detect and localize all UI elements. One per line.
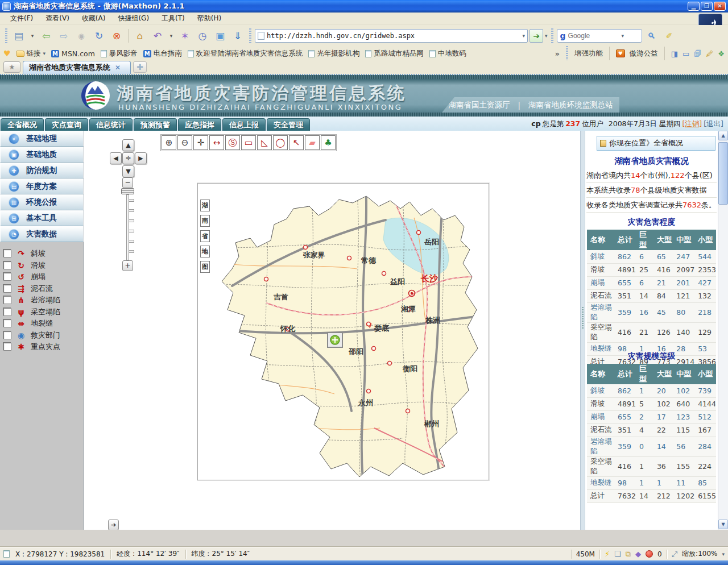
zoom-level[interactable]: 缩放:100% xyxy=(682,549,717,559)
sidebar-item-base-geology[interactable]: ▣基础地质 xyxy=(0,147,84,163)
new-tab-button[interactable]: ✚ xyxy=(133,61,147,73)
layer-checkbox[interactable] xyxy=(3,343,11,351)
bookmark-item[interactable]: 中地数码 xyxy=(429,49,466,59)
bookmark-links-folder[interactable]: 链接▾ xyxy=(16,49,46,59)
plugin-charity[interactable]: 傲游公益 xyxy=(630,49,658,59)
history-button[interactable]: ◷ xyxy=(195,28,210,44)
nav-tab-forecast[interactable]: 预测预警 xyxy=(134,118,177,131)
eraser-tool[interactable]: ▰ xyxy=(305,135,320,150)
tab-active[interactable]: 湖南省地质灾害信息系统 ✕ xyxy=(23,61,131,74)
nav-tab-security[interactable]: 安全管理 xyxy=(267,118,310,131)
download-button[interactable]: ⇓ xyxy=(230,28,246,44)
bookmark-item[interactable]: 欢迎登陆湖南省地质灾害信息系统 xyxy=(188,49,303,59)
pan-up-button[interactable]: ▲ xyxy=(122,139,134,151)
popup-blocker-icon[interactable] xyxy=(646,550,653,558)
sidebar-item-annual-plan[interactable]: ▤年度方案 xyxy=(0,178,84,194)
window-icon[interactable]: ▭ xyxy=(682,49,689,58)
select-point-tool[interactable]: ↖ xyxy=(289,135,304,150)
magic-fill-button[interactable]: ✶ xyxy=(177,28,193,44)
sidebar-item-prevention-plan[interactable]: ✚防治规划 xyxy=(0,163,84,178)
bookmark-msn[interactable]: MMSN.com xyxy=(51,49,95,58)
maxthon-charity-icon[interactable]: ♥ xyxy=(616,49,625,57)
zoom-slider-plus-button[interactable]: + xyxy=(122,260,133,271)
resize-icon[interactable]: ⤢ xyxy=(672,550,677,559)
window-list-button[interactable]: ▣ xyxy=(212,28,228,44)
tab-list-star-button[interactable]: ★ xyxy=(3,61,20,73)
search-grip[interactable] xyxy=(551,28,553,43)
bookmark-item[interactable]: 光年摄影机构 xyxy=(308,49,359,59)
address-input[interactable] xyxy=(267,32,520,40)
toolbar-grip[interactable] xyxy=(5,28,7,43)
select-rectangle-tool[interactable]: ▭ xyxy=(241,135,256,150)
new-page-dropdown[interactable]: ▾ xyxy=(28,28,36,44)
layer-checkbox[interactable] xyxy=(3,285,11,293)
zoom-in-tool[interactable]: ⊕ xyxy=(162,135,176,150)
zoom-dropdown-icon[interactable]: ▾ xyxy=(722,551,725,557)
stop-button[interactable]: ⊗ xyxy=(109,28,125,44)
refresh-button[interactable]: ↻ xyxy=(91,28,107,44)
new-window-icon[interactable]: ⧉ xyxy=(626,550,631,559)
skin-icon[interactable]: ◨ xyxy=(671,49,678,58)
layer-checkbox[interactable] xyxy=(3,296,11,304)
menu-help[interactable]: 帮助(H) xyxy=(192,13,227,24)
layer-checkbox[interactable] xyxy=(3,331,11,339)
close-button[interactable]: ✕ xyxy=(714,2,726,11)
zoom-slider-thumb[interactable] xyxy=(121,188,134,194)
hunan-map[interactable]: 张家界 常德 岳阳 益阳 长沙 吉首 湘潭 株洲 怀化 娄底 邵阳 衡阳 永州 … xyxy=(198,184,489,480)
nav-tab-site-query[interactable]: 灾点查询 xyxy=(45,118,88,131)
back-button[interactable]: ⇦ xyxy=(38,28,54,44)
forward-button[interactable]: ⇨ xyxy=(56,28,72,44)
boost-lightning-icon[interactable]: ⚡ xyxy=(605,550,610,558)
favorites-heart-icon[interactable]: ♥ xyxy=(3,49,11,58)
bookmark-item[interactable]: M电台指南 xyxy=(143,49,182,59)
highlight-button[interactable]: ✐ xyxy=(661,28,677,44)
pan-down-button[interactable]: ▼ xyxy=(122,165,134,177)
sidebar-item-disaster-data[interactable]: ◔灾害数据 xyxy=(0,226,84,242)
plugin-grip[interactable] xyxy=(566,46,568,61)
bookmark-item[interactable]: 暴风影音 xyxy=(101,49,138,59)
nav-tab-statistics[interactable]: 信息统计 xyxy=(89,118,133,131)
new-page-button[interactable]: ▤ xyxy=(11,28,27,44)
tab-close-icon[interactable]: ✕ xyxy=(115,64,121,72)
tools-icon[interactable]: 🖉︎ xyxy=(706,49,713,58)
rss-icon[interactable]: ❖ xyxy=(718,49,725,58)
menu-view[interactable]: 查看(V) xyxy=(40,13,75,24)
recent-pages-dropdown[interactable]: ◉ xyxy=(73,28,89,44)
panel-splitter[interactable] xyxy=(580,131,585,530)
go-button[interactable]: ➔ xyxy=(530,29,543,43)
logout-link[interactable]: [注销] xyxy=(682,119,702,129)
nav-tab-province-overview[interactable]: 全省概况 xyxy=(1,118,44,131)
sidebar-item-basic-tools[interactable]: ⊞基本工具 xyxy=(0,210,84,226)
search-button[interactable]: 🔍︎ xyxy=(644,28,660,44)
pan-left-button[interactable]: ◀ xyxy=(110,152,122,164)
go-dropdown-icon[interactable]: ▾ xyxy=(545,33,548,39)
maximize-button[interactable]: ❐ xyxy=(701,2,713,11)
menu-groups[interactable]: 快捷组(G) xyxy=(112,13,155,24)
link-land-resources[interactable]: 湖南省国土资源厅 xyxy=(448,100,510,110)
map-hscroll-right-button[interactable]: ➔ xyxy=(108,520,119,530)
nav-tab-emergency[interactable]: 应急指挥 xyxy=(178,118,221,131)
minimize-button[interactable]: ▁ xyxy=(688,2,700,11)
layer-checkbox[interactable] xyxy=(3,308,11,316)
search-input[interactable] xyxy=(568,32,619,40)
bookmarks-overflow-chevron[interactable]: » xyxy=(555,49,560,58)
menu-tools[interactable]: 工具(T) xyxy=(156,13,191,24)
home-button[interactable]: ⌂ xyxy=(132,28,148,44)
layer-checkbox[interactable] xyxy=(3,273,11,281)
scroll-up-button[interactable]: ▲ xyxy=(718,131,728,140)
notes-icon[interactable]: 🗐︎ xyxy=(694,49,701,58)
zoom-out-tool[interactable]: ⊖ xyxy=(177,135,192,150)
selected-point-marker[interactable] xyxy=(328,333,342,347)
scale-tool[interactable]: Ⓢ xyxy=(225,135,240,150)
scroll-thumb[interactable] xyxy=(718,142,728,205)
bookmark-item[interactable]: 觅路城市精品网 xyxy=(365,49,424,59)
full-extent-tool[interactable]: ♣ xyxy=(321,135,336,150)
select-polygon-tool[interactable]: ◺ xyxy=(257,135,272,150)
plugin-enhance[interactable]: 增强功能 xyxy=(574,49,603,59)
link-geo-environment[interactable]: 湖南省地质环境监测总站 xyxy=(528,100,613,110)
layer-checkbox[interactable] xyxy=(3,250,11,257)
pan-right-button[interactable]: ▶ xyxy=(135,152,147,164)
select-circle-tool[interactable]: ◯ xyxy=(273,135,288,150)
filter-diamond-icon[interactable]: ◆ xyxy=(635,550,641,558)
exit-link[interactable]: [退出] xyxy=(704,119,723,129)
